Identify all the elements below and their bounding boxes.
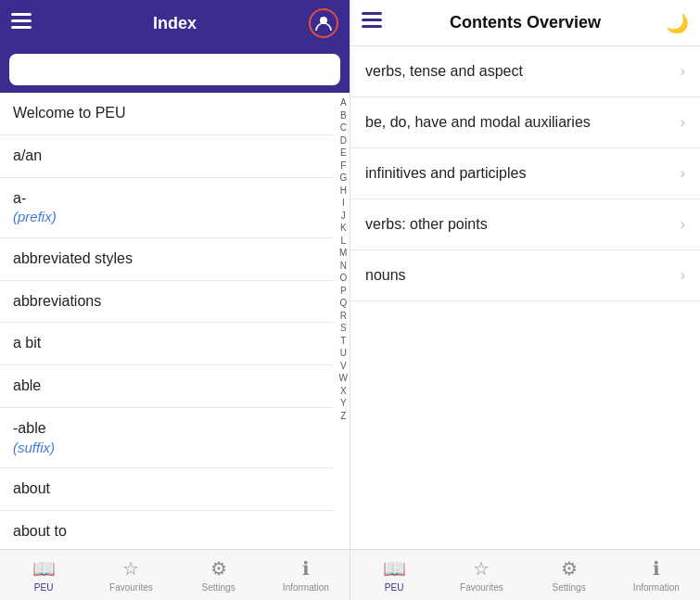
list-item-subtitle: (suffix) — [13, 439, 320, 457]
right-tab-peu[interactable]: 📖PEU — [350, 550, 438, 600]
alpha-letter[interactable]: M — [339, 247, 348, 260]
right-tab-settings[interactable]: ⚙Settings — [526, 550, 613, 600]
settings-tab-icon: ⚙ — [210, 557, 227, 580]
alpha-letter[interactable]: D — [339, 134, 348, 147]
alpha-letter[interactable]: J — [339, 210, 348, 223]
contents-item[interactable]: infinitives and participles› — [350, 148, 700, 199]
left-panel: Index Welcome to PEUa/ana-(prefix)abbrev… — [0, 0, 350, 600]
list-item[interactable]: Welcome to PEU — [0, 93, 333, 135]
alpha-letter[interactable]: Y — [339, 397, 348, 410]
tab-information[interactable]: ℹInformation — [262, 550, 350, 600]
contents-item-label: verbs: other points — [365, 216, 488, 233]
alpha-letter[interactable]: I — [339, 197, 348, 210]
left-tab-bar: 📖PEU☆Favourites⚙SettingsℹInformation — [0, 549, 350, 600]
svg-rect-7 — [362, 25, 382, 28]
alpha-letter[interactable]: N — [339, 260, 348, 273]
alpha-letter[interactable]: R — [339, 310, 348, 323]
list-item[interactable]: about — [0, 468, 333, 511]
list-item-label: about to — [13, 523, 67, 539]
list-item-label: abbreviated styles — [13, 250, 133, 266]
alpha-letter[interactable]: B — [339, 109, 348, 122]
svg-rect-5 — [362, 12, 382, 15]
contents-item[interactable]: verbs: other points› — [350, 199, 700, 250]
svg-rect-1 — [11, 19, 32, 22]
information-tab-icon: ℹ — [302, 557, 310, 580]
left-header-title: Index — [153, 14, 197, 33]
list-item-label: a/an — [13, 147, 42, 163]
right-settings-tab-label: Settings — [553, 582, 586, 593]
tab-settings[interactable]: ⚙Settings — [175, 550, 262, 600]
list-item[interactable]: abbreviated styles — [0, 238, 333, 281]
peu-tab-icon: 📖 — [32, 557, 56, 580]
alpha-letter[interactable]: L — [339, 235, 348, 248]
alpha-letter[interactable]: A — [339, 96, 348, 109]
alpha-letter[interactable]: W — [339, 372, 348, 385]
list-item[interactable]: able — [0, 365, 333, 408]
alpha-letter[interactable]: H — [339, 185, 348, 198]
svg-rect-2 — [11, 26, 32, 29]
right-tab-bar: 📖PEU☆Favourites⚙SettingsℹInformation — [350, 549, 700, 600]
contents-item[interactable]: nouns› — [350, 250, 700, 301]
left-header: Index — [0, 0, 350, 46]
profile-icon[interactable] — [309, 8, 338, 38]
contents-item[interactable]: verbs, tense and aspect› — [350, 46, 700, 97]
alpha-index: ABCDEFGHIJKLMNOPQRSTUVWXYZ — [339, 93, 348, 426]
alpha-letter[interactable]: G — [339, 172, 348, 185]
list-item-label: Welcome to PEU — [13, 105, 126, 121]
alpha-letter[interactable]: T — [339, 335, 348, 348]
alpha-letter[interactable]: X — [339, 385, 348, 398]
list-item[interactable]: a/an — [0, 135, 333, 178]
list-item[interactable]: a bit — [0, 323, 333, 365]
menu-icon[interactable] — [11, 13, 32, 34]
right-settings-tab-icon: ⚙ — [561, 557, 578, 580]
contents-icon[interactable] — [362, 12, 382, 33]
alpha-letter[interactable]: O — [339, 272, 348, 285]
list-item-label: -able — [13, 420, 46, 436]
alpha-letter[interactable]: F — [339, 160, 348, 172]
contents-item-label: nouns — [365, 267, 406, 284]
alpha-letter[interactable]: S — [339, 322, 348, 335]
alpha-letter[interactable]: C — [339, 121, 348, 134]
list-item[interactable]: -able(suffix) — [0, 408, 333, 468]
list-item[interactable]: about to — [0, 511, 333, 549]
right-favourites-tab-icon: ☆ — [473, 557, 490, 580]
alpha-letter[interactable]: Q — [339, 297, 348, 310]
list-item[interactable]: abbreviations — [0, 281, 333, 324]
right-tab-favourites[interactable]: ☆Favourites — [438, 550, 525, 600]
list-item-label: able — [13, 377, 41, 393]
alpha-letter[interactable]: P — [339, 285, 348, 298]
settings-tab-label: Settings — [202, 582, 235, 593]
alpha-letter[interactable]: V — [339, 360, 348, 373]
right-peu-tab-label: PEU — [385, 582, 404, 593]
svg-rect-0 — [11, 13, 32, 16]
information-tab-label: Information — [283, 582, 329, 593]
alpha-letter[interactable]: K — [339, 222, 348, 235]
right-peu-tab-icon: 📖 — [383, 557, 406, 580]
contents-item[interactable]: be, do, have and modal auxiliaries› — [350, 97, 700, 148]
right-header: Contents Overview 🌙 — [350, 0, 700, 46]
favourites-tab-icon: ☆ — [122, 557, 139, 580]
chevron-right-icon: › — [681, 165, 685, 182]
right-tab-information[interactable]: ℹInformation — [613, 550, 700, 600]
svg-rect-6 — [362, 19, 382, 21]
index-list: Welcome to PEUa/ana-(prefix)abbreviated … — [0, 93, 350, 549]
right-favourites-tab-label: Favourites — [460, 582, 503, 593]
right-panel: Contents Overview 🌙 verbs, tense and asp… — [350, 0, 700, 600]
list-item-label: about — [13, 480, 50, 496]
alpha-letter[interactable]: E — [339, 147, 348, 160]
contents-list: verbs, tense and aspect›be, do, have and… — [350, 46, 700, 549]
moon-icon[interactable]: 🌙 — [666, 12, 689, 34]
chevron-right-icon: › — [681, 63, 685, 80]
right-information-tab-label: Information — [633, 582, 680, 593]
alpha-letter[interactable]: U — [339, 347, 348, 360]
contents-item-label: infinitives and participles — [365, 165, 526, 182]
index-list-container: Welcome to PEUa/ana-(prefix)abbreviated … — [0, 93, 350, 549]
contents-item-label: be, do, have and modal auxiliaries — [365, 114, 591, 131]
search-input[interactable] — [9, 54, 340, 85]
alpha-letter[interactable]: Z — [339, 410, 348, 423]
chevron-right-icon: › — [681, 267, 685, 284]
chevron-right-icon: › — [681, 216, 685, 233]
tab-peu[interactable]: 📖PEU — [0, 550, 87, 600]
list-item[interactable]: a-(prefix) — [0, 178, 333, 238]
tab-favourites[interactable]: ☆Favourites — [87, 550, 174, 600]
